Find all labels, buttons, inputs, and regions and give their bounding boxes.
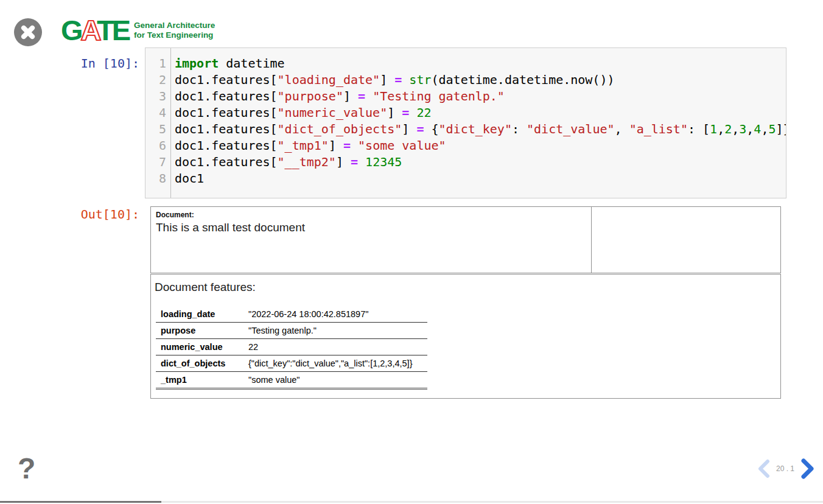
- document-text: This is a small test document: [156, 221, 586, 234]
- chevron-right-icon: [804, 461, 811, 477]
- gate-logo-word: GATE: [61, 17, 128, 44]
- close-button[interactable]: [14, 18, 42, 46]
- code-token: "some value": [358, 138, 446, 153]
- line-number: 6: [145, 138, 166, 154]
- feature-key: purpose: [156, 323, 243, 339]
- feature-key: loading_date: [156, 306, 243, 323]
- code-token: ]}: [776, 122, 786, 136]
- code-token: 2: [724, 122, 732, 136]
- document-label: Document:: [156, 211, 586, 219]
- feature-key: numeric_value: [156, 339, 243, 355]
- code-editor[interactable]: import datetimedoc1.features["loading_da…: [171, 48, 786, 198]
- code-token: 1: [710, 122, 717, 136]
- slide-navigation: 20 . 1: [755, 457, 817, 481]
- code-token: =: [358, 89, 365, 103]
- code-token: doc1: [175, 171, 204, 186]
- feature-row: _tmp1"some value": [156, 372, 427, 389]
- code-token: ]: [387, 105, 402, 120]
- features-title: Document features:: [155, 281, 780, 294]
- feature-row: dict_of_objects{"dict_key":"dict_value",…: [156, 355, 427, 372]
- code-line: doc1.features["purpose"] = "Testing gate…: [175, 88, 786, 105]
- code-token: import: [175, 56, 219, 71]
- code-token: ,: [615, 122, 629, 136]
- feature-value: "Testing gatenlp.": [243, 323, 427, 339]
- code-line: doc1.features["numeric_value"] = 22: [175, 105, 786, 121]
- code-line: doc1.features["_tmp1"] = "some value": [175, 138, 786, 154]
- code-token: 12345: [365, 155, 402, 169]
- next-slide-button[interactable]: [797, 457, 817, 481]
- code-cell[interactable]: 12345678 import datetimedoc1.features["l…: [145, 47, 786, 198]
- code-token: =: [394, 72, 402, 87]
- code-token: "dict_value": [527, 122, 615, 136]
- feature-key: _tmp1: [156, 372, 243, 389]
- code-line: doc1: [175, 170, 786, 187]
- code-token: [409, 105, 416, 120]
- code-token: "Testing gatenlp.": [373, 89, 505, 103]
- feature-key: dict_of_objects: [156, 355, 243, 372]
- code-token: "dict_key": [439, 122, 512, 136]
- code-token: 3: [739, 122, 746, 136]
- code-token: str: [409, 72, 431, 87]
- gate-logo: GATE General Architecture for Text Engin…: [61, 17, 215, 44]
- code-token: ,: [746, 122, 754, 136]
- code-token: "_tmp1": [278, 138, 329, 153]
- code-token: [351, 138, 358, 153]
- logo-letter: T: [97, 14, 112, 46]
- code-line: import datetime: [175, 55, 786, 72]
- code-token: ]: [343, 89, 358, 103]
- line-number: 3: [145, 88, 166, 105]
- code-token: "purpose": [278, 89, 343, 103]
- slide-progress-fill: [0, 501, 161, 503]
- code-token: doc1.features[: [175, 138, 278, 153]
- code-token: ]: [402, 122, 416, 136]
- document-viewer-panel: Document: This is a small test document: [150, 206, 781, 273]
- help-button[interactable]: ?: [18, 454, 35, 483]
- logo-letter: G: [61, 14, 81, 46]
- slide-number: 20 . 1: [776, 464, 794, 473]
- input-prompt: In [10]:: [72, 56, 139, 71]
- code-token: ,: [761, 122, 768, 136]
- line-number: 1: [145, 55, 166, 72]
- line-number: 8: [145, 170, 166, 187]
- logo-letter: E: [112, 14, 128, 46]
- feature-value: 22: [243, 339, 427, 355]
- code-token: ]: [329, 138, 343, 153]
- code-token: ,: [717, 122, 724, 136]
- code-token: doc1.features[: [175, 155, 278, 169]
- code-token: :: [512, 122, 527, 136]
- code-line: doc1.features["loading_date"] = str(date…: [175, 72, 786, 88]
- code-token: "dict_of_objects": [278, 122, 402, 136]
- gate-logo-tagline: General Architecture for Text Engineerin…: [134, 21, 215, 40]
- logo-letter: A: [81, 14, 97, 46]
- prev-slide-button[interactable]: [755, 457, 773, 480]
- code-token: "loading_date": [278, 72, 380, 87]
- code-token: [402, 72, 409, 87]
- features-table: loading_date"2022-06-24 18:00:42.851897"…: [156, 306, 427, 390]
- slide-stage: GATE General Architecture for Text Engin…: [0, 0, 823, 504]
- code-token: =: [402, 105, 409, 120]
- code-token: datetime: [219, 56, 284, 71]
- code-token: =: [351, 155, 358, 169]
- document-text-pane[interactable]: Document: This is a small test document: [151, 207, 592, 273]
- slide-progress-track[interactable]: [0, 501, 823, 503]
- line-number: 4: [145, 105, 166, 121]
- code-token: 22: [416, 105, 431, 120]
- code-token: : [: [688, 122, 710, 136]
- code-token: [358, 155, 365, 169]
- code-token: ]: [336, 155, 351, 169]
- code-token: ,: [732, 122, 739, 136]
- code-line: doc1.features["dict_of_objects"] = {"dic…: [175, 121, 786, 138]
- line-number: 5: [145, 121, 166, 138]
- code-line: doc1.features["__tmp2"] = 12345: [175, 154, 786, 170]
- feature-value: "2022-06-24 18:00:42.851897": [243, 306, 427, 323]
- feature-value: {"dict_key":"dict_value","a_list":[1,2,3…: [243, 355, 427, 372]
- tagline-line1: General Architecture: [134, 21, 215, 30]
- code-token: "numeric_value": [278, 105, 388, 120]
- tagline-line2: for Text Engineering: [134, 30, 215, 40]
- code-token: (datetime.datetime.now()): [431, 72, 614, 87]
- code-token: 5: [768, 122, 776, 136]
- chevron-left-icon: [760, 461, 768, 476]
- code-token: doc1.features[: [175, 89, 278, 103]
- code-token: "a_list": [629, 122, 688, 136]
- code-token: "__tmp2": [278, 155, 336, 169]
